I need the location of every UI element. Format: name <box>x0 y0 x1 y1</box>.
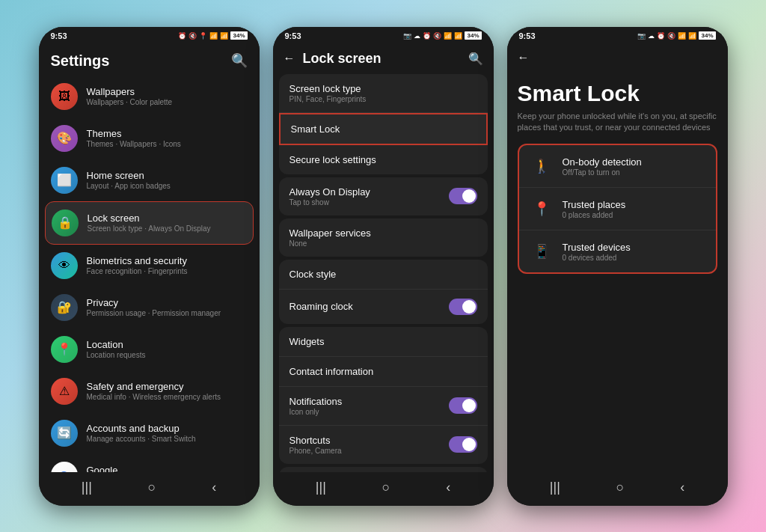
screen-lock-type-item[interactable]: Screen lock type PIN, Face, Fingerprints <box>279 74 488 113</box>
settings-screen: Settings 🔍 🖼 Wallpapers Wallpapers · Col… <box>39 43 260 472</box>
settings-item-lock[interactable]: 🔒 Lock screen Screen lock type · Always … <box>45 201 254 245</box>
signal-icon-3: 📶 <box>688 32 696 40</box>
location-text: Location Location requests <box>87 339 248 359</box>
home-text: Home screen Layout · App icon badges <box>87 170 248 190</box>
smart-lock-item[interactable]: Smart Lock <box>279 113 488 145</box>
roaming-clock-item[interactable]: Roaming clock <box>279 290 488 324</box>
wallpaper-services-title: Wallpaper services <box>289 227 371 239</box>
settings-item-accounts[interactable]: 🔄 Accounts and backup Manage accounts · … <box>45 412 254 454</box>
contact-info-item[interactable]: Contact information <box>279 357 488 387</box>
secure-lock-title: Secure lock settings <box>289 154 376 165</box>
widgets-item[interactable]: Widgets <box>279 327 488 357</box>
nav-home-1[interactable]: ○ <box>148 480 156 495</box>
location-subtitle: Location requests <box>87 351 248 359</box>
nav-back-2[interactable]: ‹ <box>446 480 450 495</box>
on-body-detection-item[interactable]: 🚶 On-body detection Off/Tap to turn on <box>519 145 716 188</box>
battery-3: 34% <box>699 31 715 40</box>
trusted-devices-sub: 0 devices added <box>563 254 631 262</box>
smart-lock-options: 🚶 On-body detection Off/Tap to turn on 📍… <box>518 144 717 274</box>
wallpaper-services-text: Wallpaper services None <box>289 227 371 248</box>
settings-item-home[interactable]: ⬜ Home screen Layout · App icon badges <box>45 159 254 201</box>
home-title: Home screen <box>87 170 248 181</box>
privacy-subtitle: Permission usage · Permission manager <box>87 309 248 317</box>
about-lock-item[interactable]: About Lock screen <box>279 467 488 472</box>
nav-back-3[interactable]: ‹ <box>680 480 684 495</box>
nav-bar-3: ||| ○ ‹ <box>507 472 728 506</box>
screen-lock-type-title: Screen lock type <box>289 83 367 94</box>
settings-item-google[interactable]: G Google Google services <box>45 454 254 472</box>
location-title: Location <box>87 339 248 350</box>
search-button[interactable]: 🔍 <box>231 52 248 69</box>
accounts-icon: 🔄 <box>51 420 78 447</box>
notifications-title: Notifications <box>289 396 343 407</box>
photo-icon: 📷 <box>403 32 411 40</box>
smart-lock-title: Smart Lock <box>291 123 340 135</box>
contact-info-text: Contact information <box>289 366 374 377</box>
status-bar-1: 9:53 ⏰ 🔇 📍 📶 📶 34% <box>39 27 260 43</box>
wallpaper-services-item[interactable]: Wallpaper services None <box>279 218 488 257</box>
shortcuts-item[interactable]: Shortcuts Phone, Camera <box>279 426 488 464</box>
google-text: Google Google services <box>87 465 248 472</box>
status-bar-3: 9:53 📷 ☁ ⏰ 🔇 📶 📶 34% <box>507 27 728 43</box>
wallpapers-subtitle: Wallpapers · Color palette <box>87 98 248 106</box>
screen-lock-section: Screen lock type PIN, Face, Fingerprints… <box>279 74 488 174</box>
always-on-title: Always On Display <box>289 186 370 198</box>
battery-1: 34% <box>230 31 247 40</box>
nav-menu-2[interactable]: ||| <box>316 480 326 495</box>
nav-home-2[interactable]: ○ <box>382 480 390 495</box>
themes-text: Themes Themes · Wallpapers · Icons <box>87 128 248 148</box>
nav-menu-3[interactable]: ||| <box>550 480 560 495</box>
clock-style-item[interactable]: Clock style <box>279 260 488 290</box>
always-on-section: Always On Display Tap to show <box>279 177 488 215</box>
volume-icon-2: 🔇 <box>433 32 441 40</box>
on-body-icon: 🚶 <box>530 154 554 178</box>
shortcuts-sub: Phone, Camera <box>289 447 342 455</box>
wallpapers-title: Wallpapers <box>87 86 248 97</box>
shortcuts-title: Shortcuts <box>289 435 342 446</box>
settings-item-biometrics[interactable]: 👁 Biometrics and security Face recogniti… <box>45 245 254 287</box>
trusted-devices-title: Trusted devices <box>563 242 631 253</box>
secure-lock-item[interactable]: Secure lock settings <box>279 145 488 174</box>
roaming-clock-toggle[interactable] <box>449 299 477 315</box>
home-icon: ⬜ <box>51 167 78 194</box>
widgets-section: Widgets Contact information Notification… <box>279 327 488 464</box>
settings-item-safety[interactable]: ⚠ Safety and emergency Medical info · Wi… <box>45 370 254 412</box>
settings-item-wallpapers[interactable]: 🖼 Wallpapers Wallpapers · Color palette <box>45 76 254 117</box>
notifications-item[interactable]: Notifications Icon only <box>279 387 488 426</box>
cloud-icon: ☁ <box>414 32 420 40</box>
safety-text: Safety and emergency Medical info · Wire… <box>87 381 248 401</box>
back-button-2[interactable]: ← <box>284 52 295 65</box>
back-button-3[interactable]: ← <box>518 51 530 64</box>
always-on-sub: Tap to show <box>289 198 370 207</box>
settings-item-location[interactable]: 📍 Location Location requests <box>45 328 254 370</box>
signal-icon: 📶 <box>220 32 228 40</box>
trusted-devices-text: Trusted devices 0 devices added <box>563 242 631 262</box>
signal-icon-2: 📶 <box>454 32 462 40</box>
cloud-icon-3: ☁ <box>648 32 655 40</box>
biometrics-icon: 👁 <box>51 252 78 279</box>
trusted-places-item[interactable]: 📍 Trusted places 0 places added <box>519 188 716 230</box>
always-on-toggle[interactable] <box>449 188 477 204</box>
status-icons-1: ⏰ 🔇 📍 📶 📶 34% <box>178 31 247 40</box>
lock-search-button[interactable]: 🔍 <box>468 52 483 66</box>
lock-header: ← Lock screen 🔍 <box>273 43 494 71</box>
biometrics-subtitle: Face recognition · Fingerprints <box>87 267 248 275</box>
roaming-clock-text: Roaming clock <box>289 301 353 312</box>
always-on-item[interactable]: Always On Display Tap to show <box>279 177 488 215</box>
notifications-sub: Icon only <box>289 408 343 416</box>
status-time-3: 9:53 <box>519 31 536 40</box>
nav-back-1[interactable]: ‹ <box>212 480 216 495</box>
google-title: Google <box>87 465 248 472</box>
status-bar-2: 9:53 📷 ☁ ⏰ 🔇 📶 📶 34% <box>273 27 494 43</box>
settings-item-themes[interactable]: 🎨 Themes Themes · Wallpapers · Icons <box>45 117 254 159</box>
lock-screen-content: ← Lock screen 🔍 Screen lock type PIN, Fa… <box>273 43 494 472</box>
settings-item-privacy[interactable]: 🔐 Privacy Permission usage · Permission … <box>45 287 254 328</box>
notifications-toggle[interactable] <box>449 397 477 414</box>
shortcuts-toggle[interactable] <box>449 436 477 453</box>
nav-home-3[interactable]: ○ <box>616 480 625 495</box>
settings-title: Settings <box>51 52 110 70</box>
smart-lock-text: Smart Lock <box>291 123 340 135</box>
nav-bar-1: ||| ○ ‹ <box>39 472 260 506</box>
trusted-devices-item[interactable]: 📱 Trusted devices 0 devices added <box>519 230 716 272</box>
nav-menu-1[interactable]: ||| <box>82 480 92 495</box>
